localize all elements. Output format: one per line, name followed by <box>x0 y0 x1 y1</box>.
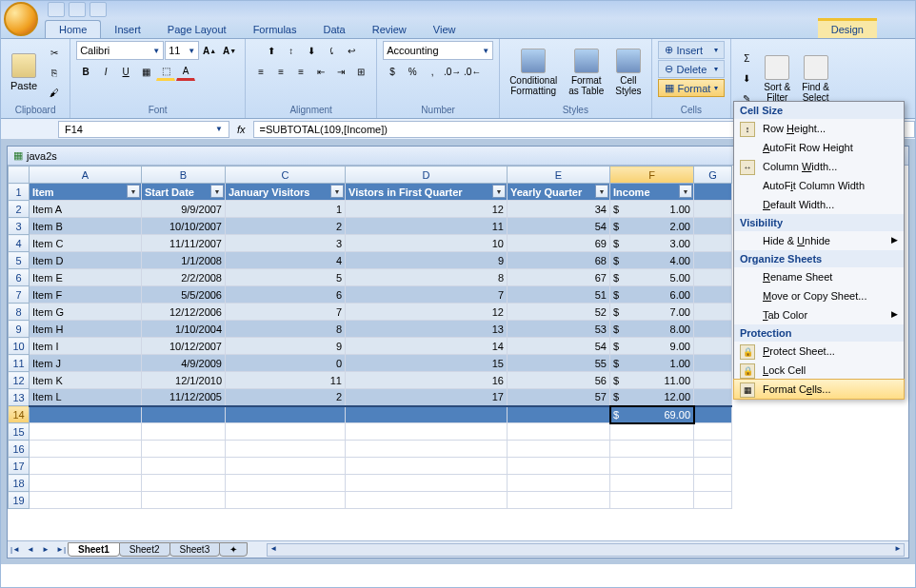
cell[interactable]: $5.00 <box>610 269 694 286</box>
table-header-1[interactable]: Start Date▼ <box>142 184 226 201</box>
cell[interactable]: 55 <box>508 355 610 372</box>
cell[interactable]: 1/1/2008 <box>142 252 226 269</box>
menu-autofit-row[interactable]: AutoFit Row Height <box>734 138 904 157</box>
cell[interactable]: 14 <box>346 338 508 355</box>
table-header-4[interactable]: Yearly Quarter▼ <box>508 184 610 201</box>
menu-hide-unhide[interactable]: Hide & Unhide▶ <box>734 231 904 250</box>
col-header-F[interactable]: F <box>610 167 694 184</box>
qat-save[interactable] <box>48 2 65 17</box>
row-header-6[interactable]: 6 <box>9 269 30 286</box>
border-button[interactable]: ▦ <box>136 62 155 81</box>
cell[interactable]: 54 <box>508 338 610 355</box>
align-bottom-button[interactable]: ⬇ <box>302 41 321 60</box>
decrease-decimal-button[interactable]: .0← <box>463 62 482 81</box>
sheet-nav-prev[interactable]: ◄ <box>23 542 38 558</box>
row-header-19[interactable]: 19 <box>9 492 30 509</box>
cell[interactable]: Item G <box>30 304 142 321</box>
cell[interactable]: 10/10/2007 <box>142 218 226 235</box>
align-top-button[interactable]: ⬆ <box>262 41 281 60</box>
row-header-8[interactable]: 8 <box>9 304 30 321</box>
orientation-button[interactable]: ⤹ <box>322 41 341 60</box>
cell[interactable]: 12/1/2010 <box>142 372 226 389</box>
sheet-tab-2[interactable]: Sheet2 <box>119 542 170 557</box>
cell[interactable]: 1 <box>226 201 346 218</box>
row-header-4[interactable]: 4 <box>9 235 30 252</box>
cell[interactable]: 2 <box>226 389 346 406</box>
align-middle-button[interactable]: ↕ <box>282 41 301 60</box>
filter-button[interactable]: ▼ <box>127 185 140 198</box>
tab-view[interactable]: View <box>420 21 469 38</box>
cell-F14[interactable]: $69.00▼ <box>610 406 694 423</box>
cell[interactable]: 4 <box>226 252 346 269</box>
cell[interactable]: Item J <box>30 355 142 372</box>
grow-font-button[interactable]: A▲ <box>200 41 219 60</box>
cell[interactable]: 9 <box>346 252 508 269</box>
col-header-D[interactable]: D <box>346 167 508 184</box>
menu-default-width[interactable]: Default Width... <box>734 195 904 214</box>
cell[interactable]: 54 <box>508 218 610 235</box>
increase-decimal-button[interactable]: .0→ <box>443 62 462 81</box>
horizontal-scrollbar[interactable] <box>267 543 905 557</box>
bold-button[interactable]: B <box>76 62 95 81</box>
sheet-tab-3[interactable]: Sheet3 <box>169 542 221 557</box>
cell[interactable]: $12.00 <box>610 389 694 406</box>
filter-button[interactable]: ▼ <box>330 185 344 198</box>
cell[interactable]: 12 <box>346 201 508 218</box>
comma-button[interactable]: , <box>423 62 442 81</box>
underline-button[interactable]: U <box>116 62 135 81</box>
row-header-10[interactable]: 10 <box>9 338 30 355</box>
cell[interactable]: 9/9/2007 <box>142 201 226 218</box>
cell[interactable]: 2 <box>226 218 346 235</box>
cell[interactable]: 11 <box>346 218 508 235</box>
table-header-2[interactable]: January Visitors▼ <box>226 184 346 201</box>
cell[interactable]: Item E <box>30 269 142 286</box>
merge-button[interactable]: ⊞ <box>351 62 370 81</box>
cell[interactable]: 68 <box>508 252 610 269</box>
cell[interactable]: 15 <box>346 355 508 372</box>
menu-lock-cell[interactable]: 🔒Lock Cell <box>734 361 904 380</box>
cell[interactable]: $9.00 <box>610 338 694 355</box>
cell[interactable]: $2.00 <box>610 218 694 235</box>
fill-button[interactable]: ⬇ <box>737 69 756 88</box>
cell[interactable]: 9 <box>226 338 346 355</box>
cell[interactable]: 8 <box>226 321 346 338</box>
cell[interactable]: 17 <box>346 389 508 406</box>
sheet-nav-last[interactable]: ►| <box>53 542 69 558</box>
col-header-E[interactable]: E <box>508 167 610 184</box>
cell[interactable]: 2/2/2008 <box>142 269 226 286</box>
tab-formulas[interactable]: Formulas <box>240 21 310 38</box>
menu-autofit-col[interactable]: AutoFit Column Width <box>734 176 904 195</box>
cell[interactable]: 11/11/2007 <box>142 235 226 252</box>
col-header-C[interactable]: C <box>226 167 346 184</box>
filter-button[interactable]: ▼ <box>210 185 224 198</box>
cell-styles-button[interactable]: Cell Styles <box>611 47 645 98</box>
tab-insert[interactable]: Insert <box>101 21 154 38</box>
align-right-button[interactable]: ≡ <box>291 62 310 81</box>
office-button[interactable] <box>4 2 38 36</box>
cell[interactable]: $8.00 <box>610 321 694 338</box>
row-header-16[interactable]: 16 <box>9 441 30 458</box>
cell[interactable]: 10 <box>346 235 508 252</box>
cell[interactable]: Item A <box>30 201 142 218</box>
sheet-nav-first[interactable]: |◄ <box>8 542 23 558</box>
percent-button[interactable]: % <box>403 62 422 81</box>
cell[interactable]: 51 <box>508 286 610 304</box>
sheet-nav-next[interactable]: ► <box>38 542 53 558</box>
cell[interactable]: 4/9/2009 <box>142 355 226 372</box>
shrink-font-button[interactable]: A▼ <box>220 41 239 60</box>
cell[interactable]: Item H <box>30 321 142 338</box>
cell[interactable]: 8 <box>346 269 508 286</box>
cell[interactable]: 12 <box>346 304 508 321</box>
align-left-button[interactable]: ≡ <box>251 62 270 81</box>
menu-move-copy[interactable]: Move or Copy Sheet... <box>734 286 904 305</box>
cell[interactable]: 52 <box>508 304 610 321</box>
cell[interactable]: $1.00 <box>610 201 694 218</box>
cell[interactable]: 57 <box>508 389 610 406</box>
filter-button[interactable]: ▼ <box>492 185 506 198</box>
italic-button[interactable]: I <box>96 62 115 81</box>
cell[interactable]: 6 <box>226 286 346 304</box>
cell[interactable]: 69 <box>508 235 610 252</box>
cell[interactable]: Item L <box>30 389 142 406</box>
format-as-table-button[interactable]: Format as Table <box>565 47 607 98</box>
font-size-combo[interactable]: 11▼ <box>165 41 199 60</box>
